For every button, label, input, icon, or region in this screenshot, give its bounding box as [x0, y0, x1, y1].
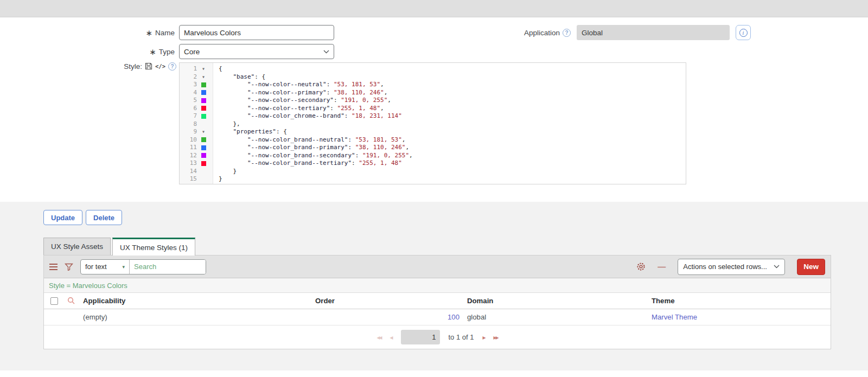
- save-style-icon[interactable]: [145, 62, 152, 70]
- name-label: ∗ Name: [0, 25, 175, 40]
- application-help-icon[interactable]: ?: [563, 29, 571, 37]
- search-field-value: for text: [85, 263, 107, 271]
- list-pagination: ◂◂ ◂ to 1 of 1 ▸ ▸▸: [44, 325, 831, 349]
- list-search: for text ▾: [80, 259, 206, 274]
- actions-select-value: Actions on selected rows...: [683, 263, 767, 271]
- collapse-list-icon[interactable]: —: [658, 262, 666, 271]
- column-header-domain[interactable]: Domain: [464, 297, 648, 305]
- table-row: (empty) 100 global Marvel Theme: [44, 309, 831, 325]
- application-input: [577, 25, 730, 40]
- update-button[interactable]: Update: [43, 210, 82, 225]
- code-line: "--now-color--tertiary": "255, 1, 48",: [219, 105, 413, 113]
- code-line: "--now-color--primary": "38, 110, 246",: [219, 89, 413, 97]
- page-background: [0, 370, 868, 377]
- order-link[interactable]: 100: [448, 313, 459, 321]
- tab-ux-style-assets[interactable]: UX Style Assets: [43, 238, 111, 255]
- next-page-icon[interactable]: ▸: [482, 334, 484, 341]
- list-settings-gear-icon[interactable]: [636, 262, 646, 271]
- code-line: "--now-color_brand--tertiary": "255, 1, …: [219, 159, 413, 168]
- application-label-text: Application: [524, 29, 560, 37]
- code-line: },: [219, 120, 413, 129]
- code-line: }: [219, 168, 413, 176]
- color-swatch-icon: [201, 82, 206, 87]
- info-icon: i: [739, 29, 748, 37]
- list-menu-icon[interactable]: [49, 264, 58, 270]
- cell-applicability: (empty): [80, 313, 312, 321]
- code-line: "--now-color_chrome--brand": "18, 231, 1…: [219, 112, 413, 120]
- type-select[interactable]: Core: [179, 44, 334, 59]
- code-fold-icon[interactable]: ▾: [197, 65, 210, 73]
- filter-icon[interactable]: [65, 263, 73, 271]
- style-label-text: Style:: [124, 62, 142, 71]
- color-swatch-icon: [201, 137, 206, 142]
- breadcrumb: Style = Marvelous Colors: [44, 278, 831, 293]
- code-line: "properties": {: [219, 128, 413, 136]
- required-marker-icon: ∗: [149, 48, 156, 56]
- required-marker-icon: ∗: [145, 29, 152, 37]
- application-info-button[interactable]: i: [736, 25, 751, 40]
- search-field-select[interactable]: for text ▾: [81, 260, 130, 274]
- color-swatch-icon: [201, 161, 206, 166]
- page-number-input[interactable]: [401, 330, 440, 344]
- application-label: Application ?: [445, 25, 571, 40]
- color-swatch-icon: [201, 153, 206, 158]
- window-chrome: [0, 0, 868, 17]
- related-section: Update Delete UX Style Assets UX Theme S…: [0, 202, 868, 370]
- ux-theme-styles-list: for text ▾ — Actions on selected rows...: [43, 255, 831, 349]
- color-swatch-icon: [201, 106, 206, 111]
- column-header-order[interactable]: Order: [312, 297, 464, 305]
- style-help-icon[interactable]: ?: [168, 62, 176, 71]
- code-fold-icon[interactable]: ▾: [197, 73, 210, 81]
- delete-button[interactable]: Delete: [86, 210, 122, 225]
- cell-domain: global: [464, 313, 648, 321]
- record-form: ∗ Name ∗ Type Core Application ? i Style…: [0, 17, 868, 202]
- column-header-theme[interactable]: Theme: [648, 297, 831, 305]
- pagination-range-text: to 1 of 1: [449, 333, 474, 341]
- code-fold-icon[interactable]: ▾: [197, 128, 210, 136]
- first-page-icon[interactable]: ◂◂: [376, 334, 381, 341]
- code-line: "--now-color_brand--neutral": "53, 181, …: [219, 136, 413, 144]
- column-header-applicability[interactable]: Applicability: [80, 297, 312, 305]
- code-line: "--now-color_brand--primary": "38, 110, …: [219, 144, 413, 152]
- color-swatch-icon: [201, 90, 206, 95]
- color-swatch-icon: [201, 114, 206, 119]
- list-header-row: Applicability Order Domain Theme: [44, 293, 831, 309]
- code-line: }: [219, 175, 413, 183]
- name-input[interactable]: [179, 25, 334, 40]
- new-button[interactable]: New: [797, 259, 825, 275]
- chevron-down-icon: [774, 265, 780, 269]
- type-label-text: Type: [159, 48, 175, 56]
- list-toolbar: for text ▾ — Actions on selected rows...: [44, 255, 831, 278]
- breadcrumb-filter-link[interactable]: Style = Marvelous Colors: [49, 282, 127, 290]
- type-label: ∗ Type: [0, 44, 175, 59]
- last-page-icon[interactable]: ▸▸: [494, 334, 498, 341]
- code-line: "base": {: [219, 73, 413, 81]
- code-line: "--now-color_brand--secondary": "191, 0,…: [219, 152, 413, 160]
- editor-gutter: 1▾2▾3456789▾101112131415: [180, 63, 213, 184]
- name-label-text: Name: [155, 29, 175, 37]
- related-lists-tabs: UX Style Assets UX Theme Styles (1): [43, 238, 868, 255]
- color-swatch-icon: [201, 98, 206, 103]
- style-code-editor[interactable]: 1▾2▾3456789▾101112131415 { "base": { "--…: [179, 62, 686, 184]
- code-line: "--now-color--secondary": "191, 0, 255",: [219, 97, 413, 105]
- type-select-value: Core: [184, 48, 200, 56]
- code-editor-icon[interactable]: </>: [155, 63, 165, 69]
- search-input[interactable]: [130, 260, 206, 274]
- select-all-checkbox[interactable]: [50, 297, 58, 305]
- color-swatch-icon: [201, 145, 206, 150]
- column-search-icon[interactable]: [63, 297, 80, 305]
- previous-page-icon[interactable]: ◂: [390, 334, 392, 341]
- code-line: {: [219, 65, 413, 73]
- chevron-down-icon: [323, 50, 329, 54]
- chevron-down-icon: ▾: [122, 264, 125, 270]
- theme-link[interactable]: Marvel Theme: [652, 313, 697, 321]
- tab-ux-theme-styles[interactable]: UX Theme Styles (1): [112, 238, 195, 255]
- actions-on-rows-select[interactable]: Actions on selected rows...: [678, 259, 785, 275]
- style-label: Style: </> ?: [0, 59, 176, 74]
- code-line: "--now-color--neutral": "53, 181, 53",: [219, 81, 413, 89]
- editor-code[interactable]: { "base": { "--now-color--neutral": "53,…: [213, 63, 413, 184]
